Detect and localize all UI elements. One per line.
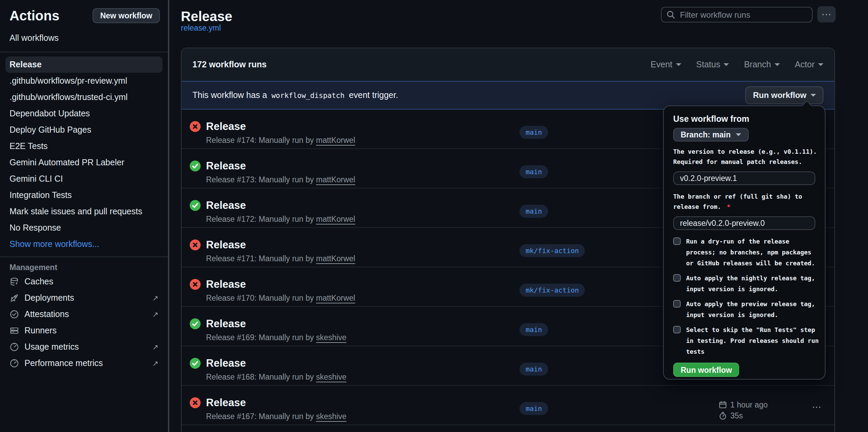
run-time-label: 1 hour ago [730, 401, 768, 409]
run-description: Release #169: Manually run by skeshive [206, 333, 346, 342]
workflow-options-kebab-button[interactable]: ⋯ [817, 6, 836, 22]
actor-link[interactable]: mattKorwel [316, 176, 355, 184]
version-input[interactable] [673, 171, 815, 185]
run-meta: 1 hour ago35s [719, 399, 768, 421]
checkbox-label: Select to skip the "Run Tests" stepin te… [686, 325, 819, 357]
sidebar-item-gemini-cli-ci[interactable]: Gemini CLI CI [5, 171, 163, 187]
run-workflow-dropdown-button[interactable]: Run workflow [746, 86, 823, 104]
run-title-link[interactable]: Release [206, 396, 246, 410]
failure-icon [190, 279, 201, 290]
actor-link[interactable]: mattKorwel [316, 215, 355, 223]
run-title-link[interactable]: Release [206, 120, 246, 133]
chevron-down-icon [735, 133, 741, 139]
sidebar-item-caches[interactable]: Caches [0, 273, 168, 290]
sidebar-item-deploy-github-pages[interactable]: Deploy GitHub Pages [5, 122, 163, 138]
label-line: The version to release (e.g., v0.1.11). [673, 147, 815, 157]
filter-workflow-runs-input[interactable] [661, 7, 813, 22]
actor-link[interactable]: mattKorwel [316, 294, 355, 302]
rocket-icon [10, 293, 19, 303]
sidebar-item-no-response[interactable]: No Response [5, 220, 163, 236]
sidebar-item-gemini-automated-pr-labeler[interactable]: Gemini Automated PR Labeler [5, 154, 163, 171]
run-title-link[interactable]: Release [206, 278, 246, 291]
run-duration-label: 35s [730, 412, 743, 420]
sidebar-item-dependabot-updates[interactable]: Dependabot Updates [5, 105, 163, 122]
actor-link[interactable]: mattKorwel [316, 136, 355, 144]
sidebar-item-performance-metrics[interactable]: Performance metrics↗ [0, 355, 168, 371]
actor-link[interactable]: skeshive [316, 412, 347, 420]
calendar-icon [719, 401, 727, 409]
external-link-icon: ↗ [152, 294, 158, 302]
new-workflow-button[interactable]: New workflow [93, 8, 160, 23]
label-line: in testing. Prod releases should run [686, 335, 819, 346]
branch-badge[interactable]: mk/fix-action [520, 244, 585, 257]
run-description-text: Release #174: Manually run by [206, 136, 316, 144]
branch-badge[interactable]: main [520, 323, 548, 336]
sidebar-item-release[interactable]: Release [5, 56, 163, 73]
branch-badge[interactable]: main [520, 126, 548, 139]
meter-icon [10, 359, 19, 368]
dialog-checkbox-row[interactable]: Auto apply the preview release tag,input… [673, 299, 815, 320]
label-line: Auto apply the preview release tag, [686, 299, 815, 310]
server-icon [10, 326, 19, 335]
show-more-workflows-link[interactable]: Show more workflows... [5, 236, 163, 252]
sidebar-item-mark-stale-issues-and-pull-requests[interactable]: Mark stale issues and pull requests [5, 203, 163, 220]
sidebar-item-runners[interactable]: Runners [0, 322, 168, 339]
external-link-icon: ↗ [152, 310, 158, 319]
success-icon [190, 200, 201, 211]
run-workflow-submit-button[interactable]: Run workflow [673, 363, 739, 377]
sidebar-item-deployments[interactable]: Deployments↗ [0, 290, 168, 306]
run-title-link[interactable]: Release [206, 356, 246, 370]
sidebar-item-github-workflows-trusted-ci-yml[interactable]: .github/workflows/trusted-ci.yml [5, 89, 163, 105]
sidebar-item-label: Performance metrics [24, 359, 103, 368]
run-options-kebab-button[interactable]: ⋯ [808, 402, 826, 412]
sidebar-item-github-workflows-pr-review-yml[interactable]: .github/workflows/pr-review.yml [5, 73, 163, 89]
ref-input[interactable] [673, 216, 815, 230]
checkbox-unchecked-icon[interactable] [673, 300, 681, 308]
run-title-link[interactable]: Release [206, 238, 246, 252]
sidebar-item-e2e-tests[interactable]: E2E Tests [5, 138, 163, 154]
dialog-checkbox-row[interactable]: Select to skip the "Run Tests" stepin te… [673, 325, 815, 357]
branch-selector-button[interactable]: Branch: main [673, 128, 748, 142]
management-list: CachesDeployments↗Attestations↗RunnersUs… [0, 273, 168, 371]
filter-workflow-runs [661, 7, 813, 22]
filter-dropdown-branch[interactable]: Branch [744, 60, 780, 69]
actor-link[interactable]: skeshive [316, 333, 347, 342]
chevron-down-icon [818, 63, 823, 69]
run-description-text: Release #173: Manually run by [206, 176, 316, 184]
stopwatch-icon [719, 412, 727, 420]
cache-icon [10, 277, 19, 286]
branch-badge[interactable]: mk/fix-action [520, 284, 585, 297]
verified-icon [10, 310, 19, 319]
sidebar-item-integration-tests[interactable]: Integration Tests [5, 187, 163, 203]
run-description-text: Release #170: Manually run by [206, 294, 316, 302]
label-line: The branch or ref (full git sha) to [673, 192, 815, 202]
dialog-checkbox-group: Run a dry-run of the releaseprocess; no … [673, 236, 815, 357]
run-title-link[interactable]: Release [206, 317, 246, 331]
all-workflows-link[interactable]: All workflows [10, 33, 168, 43]
branch-badge[interactable]: main [520, 363, 548, 376]
filter-dropdown-actor[interactable]: Actor [795, 60, 823, 69]
checkbox-unchecked-icon[interactable] [673, 326, 681, 333]
filter-dropdown-status[interactable]: Status [696, 60, 729, 69]
branch-badge[interactable]: main [520, 205, 548, 218]
run-description: Release #173: Manually run by mattKorwel [206, 175, 355, 184]
run-title-link[interactable]: Release [206, 199, 246, 212]
filter-dropdown-event[interactable]: Event [651, 60, 681, 69]
dialog-checkbox-row[interactable]: Auto apply the nightly release tag,input… [673, 273, 815, 295]
sidebar-divider [0, 256, 168, 257]
dialog-checkbox-row[interactable]: Run a dry-run of the releaseprocess; no … [673, 236, 815, 269]
sidebar-item-label: Attestations [24, 310, 69, 319]
label-line: Required for manual patch releases. [673, 157, 815, 167]
run-description: Release #171: Manually run by mattKorwel [206, 254, 355, 263]
actor-link[interactable]: mattKorwel [316, 254, 355, 263]
checkbox-unchecked-icon[interactable] [673, 237, 681, 245]
checkbox-unchecked-icon[interactable] [673, 274, 681, 282]
sidebar-item-usage-metrics[interactable]: Usage metrics↗ [0, 339, 168, 355]
branch-badge[interactable]: main [520, 165, 548, 178]
checkbox-label: Auto apply the preview release tag,input… [686, 299, 815, 320]
run-title-link[interactable]: Release [206, 159, 246, 173]
branch-badge[interactable]: main [520, 402, 548, 415]
actor-link[interactable]: skeshive [316, 373, 347, 381]
workflow-file-link[interactable]: release.yml [181, 24, 221, 32]
sidebar-item-attestations[interactable]: Attestations↗ [0, 306, 168, 322]
